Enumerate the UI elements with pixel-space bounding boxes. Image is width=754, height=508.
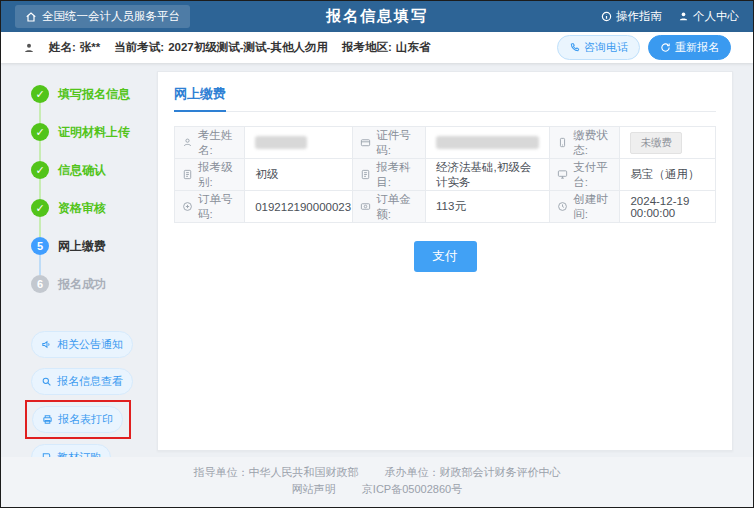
panel-title-row: 网上缴费 [174,84,716,112]
personal-center-link[interactable]: 个人中心 [678,9,739,24]
re-register-button[interactable]: 重新报名 [648,35,731,60]
printer-icon [42,414,53,425]
field-label: 报考级别: [198,160,237,190]
payment-platform-label-cell: 支付平台: [550,159,620,190]
table-row: 考生姓名: 证件号码: [175,127,715,159]
payment-info-table: 考生姓名: 证件号码: [174,126,716,223]
step-label: 填写报名信息 [58,87,130,101]
create-time-label-cell: 创建时间: [550,191,620,222]
field-value: 易宝（通用） [630,167,699,182]
footer-links: 网站声明京ICP备05002860号 [1,481,753,498]
name-label: 姓名: [49,40,76,55]
home-icon [25,11,37,23]
table-row: 报考级别: 初级 报考科目: 经济法基础,初级会计实务 [175,159,715,191]
icp-link[interactable]: 京ICP备05002860号 [362,483,462,495]
print-registration-form-button[interactable]: 报名表打印 [32,406,123,433]
pay-button[interactable]: 支付 [414,241,477,272]
table-row: 订单号码: 019212190000023 订单金额: 113元 [175,191,715,223]
order-icon [182,201,193,212]
step-registration-success: 6 报名成功 [31,275,149,313]
pay-button-row: 支付 [174,241,716,272]
order-number-value-cell: 019212190000023 [245,191,353,222]
create-time-value-cell: 2024-12-19 00:00:00 [620,191,715,222]
field-value: 019212190000023 [255,201,351,213]
header-right: 操作指南 个人中心 [519,9,739,24]
sidebar-actions: 相关公告通知 报名信息查看 报名表打印 [31,331,149,457]
candidate-name-label-cell: 考生姓名: [175,127,245,158]
field-value: 2024-12-19 00:00:00 [630,195,705,219]
page-title: 报名信息填写 [235,7,519,26]
info-icon [601,11,612,22]
step-label: 网上缴费 [58,239,106,253]
current-exam-label: 当前考试: [114,40,164,55]
field-value: 经济法基础,初级会计实务 [436,160,539,190]
header-left: 全国统一会计人员服务平台 [15,5,235,28]
annotation-highlight-box: 报名表打印 [25,400,131,439]
sidebar: 填写报名信息 证明材料上传 信息确认 资格审核 5 网上缴费 [31,71,149,451]
step-label: 资格审核 [58,201,106,215]
field-label: 证件号码: [376,128,418,158]
step-confirm-info: 信息确认 [31,161,149,199]
clock-icon [557,201,568,212]
consult-phone-button[interactable]: 咨询电话 [557,35,640,60]
host-unit-text: 承办单位：财政部会计财务评价中心 [385,466,561,478]
check-icon [31,123,49,141]
textbook-order-label: 教材订购 [57,450,101,457]
document-icon [182,169,193,180]
id-number-label-cell: 证件号码: [353,127,426,158]
field-label: 报考科目: [376,160,418,190]
print-registration-form-label: 报名表打印 [58,412,113,427]
personal-center-label: 个人中心 [693,9,739,24]
panel-title: 网上缴费 [174,85,226,112]
page-footer: 指导单位：中华人民共和国财政部承办单位：财政部会计财务评价中心 网站声明京ICP… [1,457,753,507]
operation-guide-link[interactable]: 操作指南 [601,9,662,24]
user-icon [678,11,689,22]
announcements-label: 相关公告通知 [57,337,123,352]
current-exam-value: 2027初级测试-测试-其他人勿用 [168,40,328,55]
id-card-icon [360,137,371,148]
re-register-label: 重新报名 [675,40,719,55]
site-statement-link[interactable]: 网站声明 [292,483,336,495]
user-icon [23,42,35,54]
field-label: 创建时间: [573,192,612,222]
step-qualification-review: 资格审核 [31,199,149,237]
step-number-badge: 5 [31,237,49,255]
view-registration-info-label: 报名信息查看 [57,374,123,389]
masked-value [436,136,539,149]
consult-phone-label: 咨询电话 [584,40,628,55]
user-summary: 姓名: 张** 当前考试: 2027初级测试-测试-其他人勿用 报考地区: 山东… [23,40,430,55]
exam-level-label-cell: 报考级别: [175,159,245,190]
name-value: 张** [80,40,100,55]
search-icon [41,376,52,387]
check-icon [31,161,49,179]
view-registration-info-button[interactable]: 报名信息查看 [31,368,133,395]
step-upload-materials: 证明材料上传 [31,123,149,161]
footer-units: 指导单位：中华人民共和国财政部承办单位：财政部会计财务评价中心 [1,464,753,481]
user-info-bar: 姓名: 张** 当前考试: 2027初级测试-测试-其他人勿用 报考地区: 山东… [1,32,753,63]
step-label: 信息确认 [58,163,106,177]
step-number-badge: 6 [31,275,49,293]
exam-subjects-value-cell: 经济法基础,初级会计实务 [426,159,550,190]
status-badge: 未缴费 [630,132,682,154]
step-label: 报名成功 [58,277,106,291]
user-icon [182,137,193,148]
check-icon [31,85,49,103]
mobile-icon [557,137,568,148]
payment-platform-value-cell: 易宝（通用） [620,159,715,190]
userbar-actions: 咨询电话 重新报名 [557,35,731,60]
operation-guide-label: 操作指南 [616,9,662,24]
platform-home-button[interactable]: 全国统一会计人员服务平台 [15,5,190,28]
step-online-payment: 5 网上缴费 [31,237,149,275]
order-number-label-cell: 订单号码: [175,191,245,222]
monitor-icon [557,169,568,180]
announcements-button[interactable]: 相关公告通知 [31,331,133,358]
refresh-icon [660,42,671,53]
masked-value [255,136,307,149]
step-fill-info: 填写报名信息 [31,85,149,123]
id-number-value-cell [426,127,550,158]
phone-icon [569,42,580,53]
field-label: 考生姓名: [198,128,237,158]
textbook-order-button[interactable]: 教材订购 [31,444,111,457]
field-value: 113元 [436,199,466,214]
platform-home-label: 全国统一会计人员服务平台 [42,9,180,24]
